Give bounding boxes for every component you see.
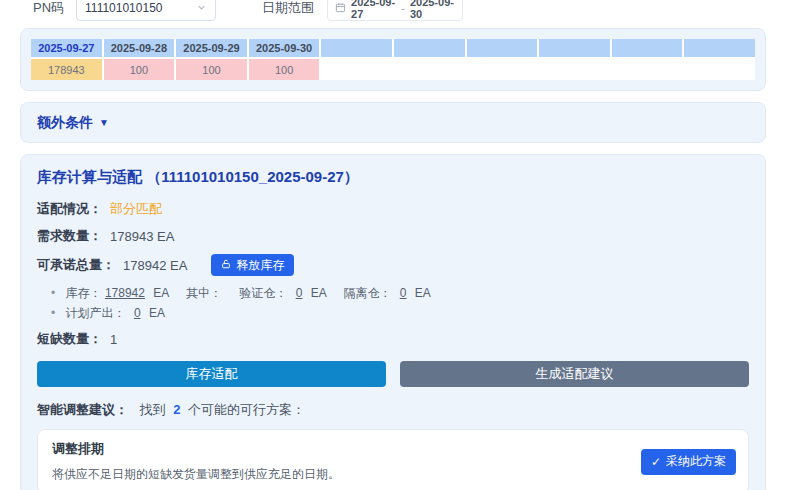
pn-label: PN码 bbox=[33, 0, 64, 17]
date-column-header[interactable]: 2025-09-27 bbox=[31, 39, 102, 57]
date-column-header[interactable]: 2025-09-28 bbox=[104, 39, 175, 57]
quantity-cell bbox=[684, 59, 755, 80]
date-column-header[interactable]: 2025-09-30 bbox=[249, 39, 320, 57]
demand-row: 需求数量： 178943 EA bbox=[37, 227, 749, 245]
schedule-table: 2025-09-27 2025-09-28 2025-09-29 2025-09… bbox=[31, 39, 755, 80]
chevron-down-icon bbox=[196, 0, 207, 17]
quantity-cell[interactable]: 100 bbox=[176, 59, 247, 80]
extra-conditions-toggle[interactable]: 额外条件 ▼ bbox=[20, 102, 766, 143]
date-end: 2025-09-30 bbox=[410, 0, 455, 20]
quantity-cell[interactable]: 178943 bbox=[31, 59, 102, 80]
check-icon: ✓ bbox=[651, 455, 661, 469]
date-start: 2025-09-27 bbox=[351, 0, 396, 20]
promise-row: 可承诺总量： 178942 EA 释放库存 bbox=[37, 254, 749, 276]
quantity-cell bbox=[321, 59, 392, 80]
inventory-calc-card: 库存计算与适配 （111101010150_2025-09-27） 适配情况： … bbox=[20, 154, 766, 490]
planned-output-line: 计划产出： 0 EA bbox=[51, 305, 749, 322]
filter-bar: PN码 111101010150 日期范围 2025-09-27 - 2025-… bbox=[33, 0, 800, 21]
unlock-icon bbox=[221, 258, 231, 272]
page-title: 库存计算与适配 （111101010150_2025-09-27） bbox=[37, 168, 749, 187]
release-stock-button[interactable]: 释放库存 bbox=[211, 254, 294, 276]
quantity-cell bbox=[467, 59, 538, 80]
pn-select[interactable]: 111101010150 bbox=[76, 0, 216, 21]
quantity-cell[interactable]: 100 bbox=[249, 59, 320, 80]
demand-value: 178943 EA bbox=[110, 229, 174, 244]
calendar-icon bbox=[335, 0, 346, 17]
plan-card-reschedule: 调整排期 将供应不足日期的短缺发货量调整到供应充足的日期。 ✓ 采纳此方案 bbox=[37, 429, 749, 490]
schedule-table-card: 2025-09-27 2025-09-28 2025-09-29 2025-09… bbox=[20, 28, 766, 91]
date-column-header bbox=[612, 39, 683, 57]
extra-conditions-label: 额外条件 bbox=[37, 114, 93, 132]
action-buttons: 库存适配 生成适配建议 bbox=[37, 361, 749, 387]
shortage-row: 短缺数量： 1 bbox=[37, 330, 749, 348]
inventory-adapt-button[interactable]: 库存适配 bbox=[37, 361, 386, 387]
shortage-label: 短缺数量： bbox=[37, 330, 102, 348]
quantity-cell[interactable]: 100 bbox=[104, 59, 175, 80]
promise-label: 可承诺总量： bbox=[37, 256, 115, 274]
date-range-input[interactable]: 2025-09-27 - 2025-09-30 bbox=[327, 0, 463, 21]
quantity-cell bbox=[394, 59, 465, 80]
verify-value-link[interactable]: 0 bbox=[296, 286, 303, 300]
match-status-row: 适配情况： 部分匹配 bbox=[37, 200, 749, 218]
date-column-header bbox=[539, 39, 610, 57]
stock-detail-list: 库存： 178942 EA 其中： 验证仓： 0 EA 隔离仓： 0 EA 计划… bbox=[51, 285, 749, 322]
inventory-value-link[interactable]: 178942 bbox=[105, 286, 145, 300]
inventory-line: 库存： 178942 EA 其中： 验证仓： 0 EA 隔离仓： 0 EA bbox=[51, 285, 749, 302]
date-column-header bbox=[394, 39, 465, 57]
date-column-header bbox=[467, 39, 538, 57]
pn-select-value: 111101010150 bbox=[85, 1, 196, 15]
plan-count: 2 bbox=[173, 402, 180, 417]
quantity-cell bbox=[612, 59, 683, 80]
match-status-label: 适配情况： bbox=[37, 200, 102, 218]
date-separator: - bbox=[401, 2, 405, 14]
quantity-cell bbox=[539, 59, 610, 80]
suggestion-summary: 智能调整建议： 找到 2 个可能的可行方案： bbox=[37, 401, 749, 419]
date-column-header[interactable]: 2025-09-29 bbox=[176, 39, 247, 57]
demand-label: 需求数量： bbox=[37, 227, 102, 245]
caret-down-icon: ▼ bbox=[99, 117, 109, 128]
match-status-value: 部分匹配 bbox=[110, 200, 162, 218]
shortage-value: 1 bbox=[110, 332, 117, 347]
planned-value-link[interactable]: 0 bbox=[134, 306, 141, 320]
quarantine-value-link[interactable]: 0 bbox=[400, 286, 407, 300]
generate-suggestion-button[interactable]: 生成适配建议 bbox=[400, 361, 749, 387]
date-range-label: 日期范围 bbox=[262, 0, 314, 17]
date-column-header bbox=[321, 39, 392, 57]
date-column-header bbox=[684, 39, 755, 57]
accept-plan-button[interactable]: ✓ 采纳此方案 bbox=[641, 449, 736, 475]
promise-value: 178942 EA bbox=[123, 258, 187, 273]
